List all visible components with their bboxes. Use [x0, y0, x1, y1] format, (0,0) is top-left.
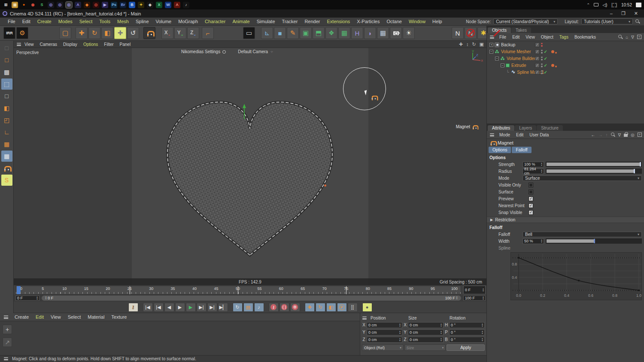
lock-workplane[interactable]: ▦: [1, 151, 12, 162]
tab-attributes[interactable]: Attributes: [488, 125, 514, 131]
play-backwards-button[interactable]: ▶: [175, 303, 185, 312]
snap-visible-checkbox[interactable]: ✓: [529, 210, 533, 215]
history-forward-icon[interactable]: →: [598, 133, 603, 137]
app-b-icon[interactable]: B: [129, 2, 135, 8]
node-space-dropdown[interactable]: Current (Standard/Physical)▾: [493, 18, 558, 24]
render-settings-ipr[interactable]: ⚙: [16, 27, 28, 39]
generator-menu[interactable]: ⬒: [313, 27, 325, 39]
scale-tool[interactable]: ◧: [101, 27, 113, 39]
record-pla-button[interactable]: P: [337, 303, 347, 312]
snap-magnet[interactable]: [1, 163, 12, 174]
loop-mode-button[interactable]: ↻: [233, 303, 243, 312]
attributes-hamburger-icon[interactable]: [490, 133, 494, 136]
tab-falloff[interactable]: Falloff: [512, 147, 531, 153]
app-s-icon[interactable]: S: [39, 2, 45, 8]
tree-item-volume-mesher[interactable]: −Volume Mesher∕✓: [487, 48, 644, 55]
objects-menu-bookmarks[interactable]: Bookmarks: [571, 35, 599, 39]
quantize-toggle[interactable]: S: [1, 175, 12, 186]
size-x-field[interactable]: 0 cm▴▾: [408, 322, 444, 328]
viewport-settings-label[interactable]: Nikomedias Settings: [181, 49, 226, 54]
edit-enable-toggle[interactable]: ∕: [535, 49, 540, 54]
timeline-end-field[interactable]: 100 F▴▾: [463, 296, 486, 301]
restriction-section[interactable]: ▶ Restriction: [487, 217, 644, 223]
material-menu-edit[interactable]: Edit: [32, 314, 47, 320]
size-y-field[interactable]: 0 cm▴▾: [408, 329, 444, 335]
attributes-menu-edit[interactable]: Edit: [513, 133, 526, 137]
tray-chevron-icon[interactable]: ⌃: [586, 3, 590, 7]
magnet-tool[interactable]: [143, 27, 155, 39]
enable-axis-mode[interactable]: ∟: [1, 127, 12, 138]
record-rotation-button[interactable]: ↻: [316, 303, 325, 312]
menu-animate[interactable]: Animate: [229, 19, 253, 24]
render-to-picture-viewer[interactable]: ⊾: [261, 27, 273, 39]
viewport-view-label[interactable]: Perspective: [16, 50, 39, 55]
close-button[interactable]: ✕: [634, 11, 638, 16]
viewport-menu-view[interactable]: View: [21, 42, 37, 47]
autokeying-button[interactable]: ( ): [279, 303, 289, 312]
menu-create[interactable]: Create: [34, 19, 55, 24]
menu-mograph[interactable]: MoGraph: [175, 19, 201, 24]
notification-icon[interactable]: [636, 3, 641, 7]
field-menu[interactable]: ◗: [364, 27, 376, 39]
attributes-menu-mode[interactable]: Mode: [496, 133, 513, 137]
search-icon[interactable]: [635, 19, 640, 24]
app-swirl-icon[interactable]: ✦: [138, 2, 144, 8]
keyframe-selection-tool[interactable]: ⚷: [128, 303, 138, 312]
radius-field[interactable]: 81.284 cm▴▾: [522, 169, 544, 174]
coordinate-system-toggle[interactable]: ⌐: [202, 27, 214, 39]
apply-button[interactable]: Apply: [447, 344, 485, 351]
excel-icon[interactable]: X: [156, 2, 162, 8]
menu-file[interactable]: File: [4, 19, 19, 24]
x-axis-lock[interactable]: X⌄: [161, 27, 173, 39]
live-selection-tool[interactable]: ▢: [59, 27, 71, 39]
objects-menu-tags[interactable]: Tags: [556, 35, 571, 39]
keying-settings-button[interactable]: ⚙: [290, 303, 300, 312]
tree-item-spline-mask-1[interactable]: └∿Spline Mask.1∕✓: [487, 69, 644, 75]
clock[interactable]: 10:52: [621, 3, 632, 7]
menu-mesh[interactable]: Mesh: [114, 19, 132, 24]
minimize-button[interactable]: –: [610, 11, 613, 16]
speaker-icon[interactable]: ◁): [602, 3, 607, 7]
width-slider[interactable]: [546, 238, 642, 244]
rotation-h-field[interactable]: 0 °▴▾: [449, 322, 485, 328]
attributes-menu-user-data[interactable]: User Data: [526, 133, 552, 137]
material-hamburger-icon[interactable]: [4, 315, 8, 319]
position-mode-dropdown[interactable]: Object (Rel)▾: [362, 344, 404, 351]
play-forwards-button[interactable]: ▶: [186, 303, 196, 312]
position-y-field[interactable]: 0 cm▴▾: [367, 329, 402, 335]
viewport-canvas[interactable]: Perspective Nikomedias Settings Default …: [14, 48, 486, 285]
cinema4d-b-icon[interactable]: ◎: [57, 2, 63, 8]
deformer-menu[interactable]: ❖: [325, 27, 337, 39]
menu-tools[interactable]: Tools: [96, 19, 114, 24]
spline-row[interactable]: Spline ›: [487, 244, 644, 251]
magnet-brush-circle[interactable]: [343, 67, 386, 110]
last-used-move-tool[interactable]: ✚: [114, 27, 126, 39]
visible-only-checkbox[interactable]: [529, 183, 533, 187]
expand-toggle[interactable]: −: [495, 57, 499, 60]
render-view-button[interactable]: ▭: [243, 27, 255, 39]
substance-icon[interactable]: ◆: [84, 2, 90, 8]
zoom-view-icon[interactable]: ↕: [466, 42, 469, 47]
record-position-button[interactable]: ✚: [305, 303, 315, 312]
size-mode-dropdown[interactable]: Size▾: [404, 344, 446, 351]
target-icon[interactable]: ◎: [631, 133, 635, 137]
strength-slider[interactable]: [546, 162, 642, 167]
viewport-menu-options[interactable]: Options: [80, 42, 101, 47]
toggle-panel-icon[interactable]: ▣: [480, 42, 484, 47]
viewport-hamburger-icon[interactable]: [17, 42, 21, 45]
menu-edit[interactable]: Edit: [19, 19, 34, 24]
edit-enable-toggle[interactable]: ∕: [535, 42, 540, 47]
subdivision-surface-menu[interactable]: ▣: [300, 27, 312, 39]
objects-home-icon[interactable]: ⌂: [626, 35, 628, 39]
autokey-ball-button[interactable]: ●: [362, 303, 372, 312]
material-menu-view[interactable]: View: [47, 314, 64, 320]
pen-spline-menu[interactable]: ✎: [287, 27, 299, 39]
menu-help[interactable]: Help: [429, 19, 446, 24]
objects-menu-object[interactable]: Object: [538, 35, 556, 39]
preview-checkbox[interactable]: ✓: [529, 196, 533, 201]
pan-view-icon[interactable]: ✚: [459, 42, 463, 47]
record-active-objects-button[interactable]: ⚷: [269, 303, 279, 312]
parent-icon[interactable]: ↑: [606, 133, 608, 137]
falloff-dropdown[interactable]: Bell▾: [522, 232, 642, 237]
menu-volume[interactable]: Volume: [152, 19, 175, 24]
